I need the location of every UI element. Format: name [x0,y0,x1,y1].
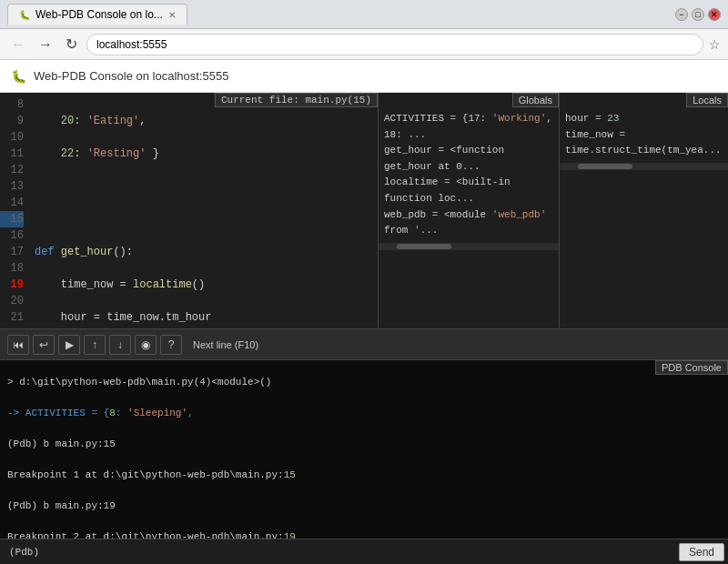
console-input[interactable] [45,547,679,558]
globals-label: Globals [512,93,559,107]
minimize-button[interactable]: − [675,8,688,21]
code-editor-label: Current file: main.py(15) [215,93,378,107]
tab-favicon-icon: 🐛 [19,10,30,20]
breakpoint-button[interactable]: ◉ [135,335,157,355]
back-button[interactable]: ← [7,35,29,55]
pdb-console: PDB Console > d:\git\python-web-pdb\main… [0,360,728,564]
app-logo-icon: 🐛 [11,69,26,84]
console-prompt-label: (Pdb) [4,547,45,558]
globals-line: localtime = <built-in function loc... [384,175,553,206]
browser-titlebar: 🐛 Web-PDB Console on lo... ✕ − □ ✕ [0,0,728,29]
globals-scrollbar[interactable] [379,243,559,250]
refresh-button[interactable]: ↻ [62,34,81,55]
globals-line: ACTIVITIES = {17: 'Working', 18: ... [384,111,553,143]
browser-toolbar: ← → ↻ ☆ [0,29,728,60]
window-controls: − □ ✕ [675,8,721,21]
code-panels: Current file: main.py(15) 89101112 1314 … [0,93,728,564]
globals-panel: Globals ACTIVITIES = {17: 'Working', 18:… [378,93,560,328]
close-button[interactable]: ✕ [708,8,721,21]
locals-line: time_now = time.struct_time(tm_yea... [565,127,723,159]
locals-panel: Locals hour = 23 time_now = time.struct_… [560,93,728,328]
globals-content: ACTIVITIES = {17: 'Working', 18: ... get… [379,93,559,243]
maximize-button[interactable]: □ [692,8,704,21]
globals-line: web_pdb = <module 'web_pdb' from '... [384,207,553,239]
tab-close-icon[interactable]: ✕ [168,10,176,20]
help-button[interactable]: ? [160,335,182,355]
console-input-row: (Pdb) Send [0,539,728,564]
step-up-button[interactable]: ↑ [84,335,106,355]
line-numbers: 89101112 1314 15 161718 19 202122 [0,93,27,328]
console-output: > d:\git\python-web-pdb\main.py(4)<modul… [0,360,728,539]
code-lines: 89101112 1314 15 161718 19 202122 20: 'E… [0,93,378,328]
next-line-label: Next line (F10) [193,339,258,350]
debug-toolbar: ⏮ ↩ ▶ ↑ ↓ ◉ ? Next line (F10) [0,329,728,360]
globals-line: get_hour = <function get_hour at 0... [384,143,553,175]
locals-label: Locals [686,93,728,107]
console-label: PDB Console [655,360,728,375]
locals-line: hour = 23 [565,111,723,127]
code-panel-row: Current file: main.py(15) 89101112 1314 … [0,93,728,329]
browser-tab[interactable]: 🐛 Web-PDB Console on lo... ✕ [7,4,187,25]
forward-button[interactable]: → [35,35,56,55]
address-bar[interactable] [86,34,703,55]
code-content: 20: 'Eating', 22: 'Resting' } def get_ho… [27,93,378,328]
step-down-button[interactable]: ↓ [109,335,131,355]
locals-scrollbar[interactable] [560,163,728,170]
code-editor[interactable]: Current file: main.py(15) 89101112 1314 … [0,93,378,328]
app-header: 🐛 Web-PDB Console on localhost:5555 [0,60,728,93]
main-content: Current file: main.py(15) 89101112 1314 … [0,93,728,564]
app-title: Web-PDB Console on localhost:5555 [34,69,228,83]
restart-button[interactable]: ⏮ [7,335,29,355]
step-back-button[interactable]: ↩ [33,335,55,355]
tab-title: Web-PDB Console on lo... [35,8,163,21]
continue-button[interactable]: ▶ [58,335,80,355]
send-button[interactable]: Send [679,543,724,561]
bookmark-icon[interactable]: ☆ [709,37,721,52]
